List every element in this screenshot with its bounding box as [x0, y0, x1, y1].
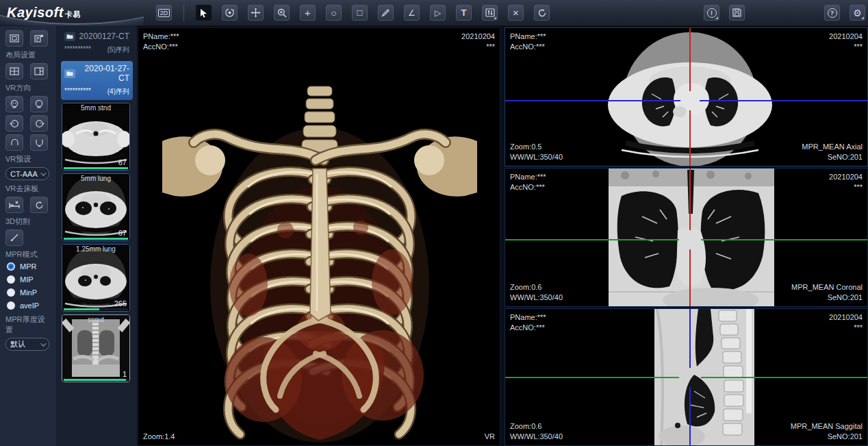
series-number: SeNO:201: [802, 152, 863, 162]
rect-roi-button[interactable]: □: [352, 5, 368, 21]
study-date: 20210204: [829, 32, 863, 42]
rotate-3d-icon: [225, 8, 235, 18]
rectangle-icon: □: [357, 8, 363, 18]
axial-zoom-overlay: Zoom:0.5 WW/WL:350/40: [510, 142, 563, 162]
study-series-count: (5)序列: [107, 45, 129, 55]
vr-study-overlay: 20210204 ***: [461, 32, 495, 52]
mpr-label: MPR_MEAN Saggital: [791, 421, 863, 432]
view-2d-button[interactable]: 2D: [156, 5, 172, 21]
toolbar: 2D + ○ □ ∠ ▷ T ×: [156, 5, 550, 21]
vr-dir-left-button[interactable]: [5, 115, 23, 132]
vr-dir-inferior-button[interactable]: [30, 134, 48, 151]
layout-1-2-button[interactable]: [30, 63, 48, 79]
coronal-zoom-overlay: Zoom:0.6 WW/WL:350/40: [510, 282, 563, 303]
series-thumb-5mm-lung[interactable]: 5mm lung 67: [62, 173, 130, 241]
ellipse-roi-button[interactable]: ○: [326, 5, 342, 21]
pname: PName:***: [510, 172, 546, 182]
layout-single-button[interactable]: [5, 30, 23, 47]
window-level: WW/WL:350/40: [510, 293, 563, 303]
vr-dir-posterior-button[interactable]: [30, 96, 48, 112]
vr-preset-value: CT-AAA: [10, 170, 38, 178]
save-button[interactable]: [729, 5, 745, 21]
cine-play-button[interactable]: ▷: [430, 5, 446, 21]
pencil-icon: [381, 8, 390, 17]
thumb-label: 5mm lung: [62, 175, 129, 182]
vr-dir-anterior-button[interactable]: [5, 96, 23, 112]
series-thumb-125mm-lung[interactable]: 1.25mm lung 265: [62, 244, 130, 312]
rotate-3d-button[interactable]: [222, 5, 238, 21]
mpr-mode-option-minp[interactable]: MinP: [7, 288, 52, 297]
vr-patient-overlay: PName:*** AccNO:***: [143, 32, 179, 52]
folder-open-icon: [64, 69, 75, 78]
bed-removal-button[interactable]: [5, 197, 23, 213]
vr-zoom-overlay: Zoom:1.4: [143, 432, 175, 442]
layout-report-icon: [34, 34, 44, 42]
mpr-mode-option-mip[interactable]: MIP: [7, 275, 52, 284]
delete-annotation-button[interactable]: ×: [508, 5, 524, 21]
pan-icon: [251, 8, 261, 18]
layout-report-button[interactable]: [30, 30, 48, 47]
masked-value: ***: [829, 323, 863, 333]
angle-icon: ∠: [408, 8, 416, 18]
scout-thumb-image: [62, 315, 129, 382]
pname: PName:***: [143, 32, 179, 42]
mode-label: MIP: [20, 275, 34, 284]
measure-line-button[interactable]: [378, 5, 394, 21]
mode-label: aveIP: [20, 301, 39, 310]
series-number: SeNO:201: [791, 293, 863, 303]
window-level-button[interactable]: [482, 5, 498, 21]
mpr-mode-option-aveip[interactable]: aveIP: [7, 301, 52, 310]
close-x-icon: ×: [513, 7, 519, 18]
angle-measure-button[interactable]: ∠: [404, 5, 420, 21]
mpr-mode-option-mpr[interactable]: MPR: [7, 262, 52, 271]
head-posterior-icon: [34, 99, 44, 109]
reset-view-button[interactable]: [534, 5, 550, 21]
thumb-progress: [64, 167, 128, 169]
mpr-mode-label: MPR模式: [5, 249, 52, 260]
settings-button[interactable]: ⚙: [850, 5, 865, 21]
thumb-progress: [64, 308, 128, 310]
vr-preset-select[interactable]: CT-AAA: [5, 167, 49, 180]
series-panel: 20200127-CT ********** (5)序列 2020-01-27-…: [57, 26, 137, 446]
vr-dir-superior-button[interactable]: [5, 134, 23, 151]
mpr-thickness-select[interactable]: 默认: [5, 338, 49, 351]
thumb-count: 265: [114, 299, 127, 308]
text-annotation-button[interactable]: T: [456, 5, 472, 21]
series-thumb-scout[interactable]: scout 1: [62, 314, 130, 382]
sagittal-study-overlay: 20210204 ***: [829, 312, 863, 333]
mpr-axial-viewport[interactable]: PName:*** AccNO:*** 20210204 *** Zoom:0.…: [505, 27, 868, 166]
study-title: 20200127-CT: [78, 32, 129, 41]
radio-icon: [7, 275, 15, 284]
vr-preset-label: VR预设: [5, 154, 52, 164]
study-item-2-selected[interactable]: 2020-01-27-CT ********** (4)序列: [61, 61, 133, 100]
zoom-factor: Zoom:0.6: [510, 421, 563, 432]
crosshair-tool-button[interactable]: +: [300, 5, 316, 21]
mpr-label: MPR_MEAN Axial: [802, 142, 863, 152]
cut-3d-button[interactable]: [5, 230, 23, 246]
vr-dir-right-button[interactable]: [30, 115, 48, 132]
zoom-factor: Zoom:0.6: [510, 282, 563, 293]
study-item-1[interactable]: 20200127-CT ********** (5)序列: [61, 29, 133, 58]
vr-viewport[interactable]: PName:*** AccNO:*** 20210204 *** Zoom:1.…: [138, 27, 500, 446]
cursor-tool-button[interactable]: [196, 5, 212, 21]
window-level: WW/WL:350/40: [510, 152, 563, 162]
mpr-coronal-viewport[interactable]: PName:*** AccNO:*** 20210204 *** Zoom:0.…: [505, 168, 868, 307]
thumb-count: 1: [123, 370, 127, 378]
reset-icon: [537, 8, 547, 18]
layout-single-icon: [10, 34, 19, 42]
2d-icon: 2D: [158, 9, 170, 17]
coronal-series-overlay: MPR_MEAN Coronal SeNO:201: [791, 282, 863, 303]
mpr-sagittal-viewport[interactable]: PName:*** AccNO:*** 20210204 *** Zoom:0.…: [505, 308, 868, 446]
zoom-tool-button[interactable]: [274, 5, 290, 21]
vr-mode-overlay: VR: [485, 432, 495, 442]
report-button[interactable]: !: [704, 5, 719, 21]
chevron-down-icon: [40, 340, 46, 346]
app-logo: Kayisoft卡易: [0, 0, 144, 26]
layout-grid-2x2-button[interactable]: [5, 63, 23, 79]
pan-tool-button[interactable]: [248, 5, 264, 21]
zoom-factor: Zoom:1.4: [143, 432, 175, 442]
series-thumb-5mm-stnd[interactable]: 5mm stnd 67: [62, 103, 130, 171]
help-button[interactable]: ?: [824, 5, 840, 21]
bed-restore-button[interactable]: [30, 197, 48, 213]
left-sidebar: 布局设置 VR方向 VR预设 CT-AAA VR去床板 3D切割 MPR模式 M…: [0, 26, 57, 446]
